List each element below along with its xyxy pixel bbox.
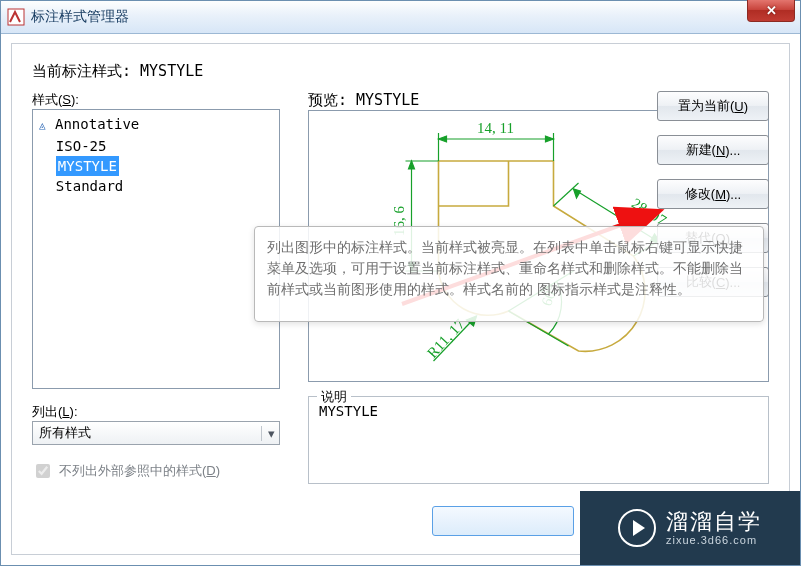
watermark-sub: zixue.3d66.com [666, 534, 762, 546]
style-item[interactable]: ◬Annotative [39, 114, 273, 136]
list-filter-value: 所有样式 [39, 424, 91, 442]
dialog-window: 标注样式管理器 ✕ 当前标注样式: MYSTYLE 样式(S): ◬Annota… [0, 0, 801, 566]
set-current-button[interactable]: 置为当前(U) [657, 91, 769, 121]
titlebar[interactable]: 标注样式管理器 ✕ [1, 1, 800, 34]
style-item[interactable]: ISO-25 [39, 136, 273, 156]
styles-label: 样式(S): [32, 91, 280, 109]
window-title: 标注样式管理器 [31, 8, 129, 26]
xref-label: 不列出外部参照中的样式(D) [59, 462, 220, 480]
list-filter-combo[interactable]: 所有样式 ▾ [32, 421, 280, 445]
description-label: 说明 [317, 388, 351, 406]
list-label: 列出(L): [32, 403, 280, 421]
dim-top: 14, 11 [477, 120, 514, 136]
current-style-value: MYSTYLE [140, 62, 203, 80]
annotative-icon: ◬ [39, 116, 51, 136]
watermark: 溜溜自学 zixue.3d66.com [580, 491, 800, 565]
partial-button[interactable] [432, 506, 574, 536]
modify-button[interactable]: 修改(M)... [657, 179, 769, 209]
watermark-brand: 溜溜自学 [666, 510, 762, 534]
tooltip-text: 列出图形中的标注样式。当前样式被亮显。在列表中单击鼠标右键可显示快捷菜单及选项，… [267, 240, 743, 297]
style-item[interactable]: MYSTYLE [39, 156, 273, 176]
current-style-line: 当前标注样式: MYSTYLE [32, 62, 769, 81]
new-button[interactable]: 新建(N)... [657, 135, 769, 165]
svg-rect-0 [8, 9, 24, 25]
close-button[interactable]: ✕ [747, 0, 795, 22]
current-style-label: 当前标注样式: [32, 62, 140, 80]
styles-listbox[interactable]: ◬Annotative ISO-25 MYSTYLE Standard [32, 109, 280, 389]
tooltip: 列出图形中的标注样式。当前样式被亮显。在列表中单击鼠标右键可显示快捷菜单及选项，… [254, 226, 764, 322]
play-icon [618, 509, 656, 547]
description-box: 说明 MYSTYLE [308, 396, 769, 484]
app-icon [7, 8, 25, 26]
close-icon: ✕ [766, 3, 777, 18]
xref-checkbox-row[interactable]: 不列出外部参照中的样式(D) [32, 461, 280, 481]
description-value: MYSTYLE [319, 403, 758, 419]
dim-radius: R11, 17 [424, 315, 468, 361]
style-item[interactable]: Standard [39, 176, 273, 196]
chevron-down-icon: ▾ [261, 426, 275, 441]
xref-checkbox[interactable] [36, 464, 50, 478]
